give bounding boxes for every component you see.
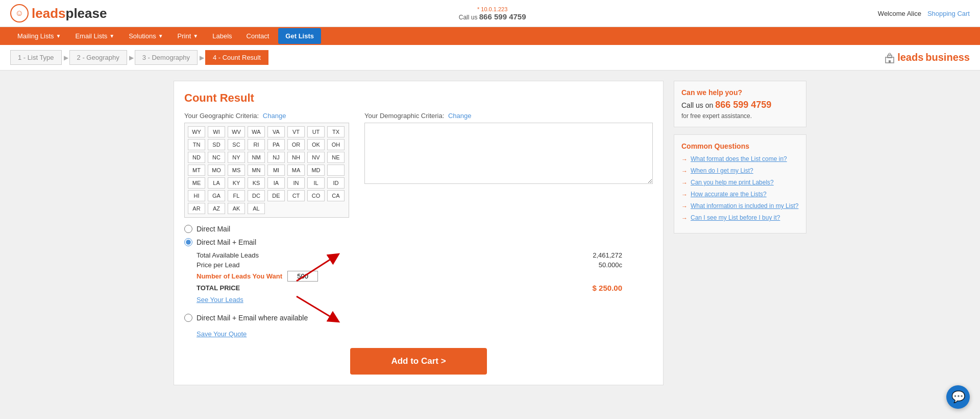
total-price-value: $ 250.00 [593, 284, 622, 292]
state-cell-KY[interactable]: KY [228, 177, 245, 189]
demographic-textarea[interactable] [364, 123, 653, 184]
nav-email-lists[interactable]: Email Lists ▼ [68, 27, 121, 45]
state-cell-AL[interactable]: AL [248, 203, 265, 214]
state-cell-NH[interactable]: NH [287, 152, 305, 163]
faq-item-0[interactable]: →What format does the List come in? [681, 155, 799, 163]
label-direct-mail-email[interactable]: Direct Mail + Email [197, 238, 256, 246]
state-cell-KS[interactable]: KS [248, 177, 265, 189]
state-cell-CT[interactable]: CT [287, 190, 305, 201]
state-cell-MO[interactable]: MO [208, 165, 225, 176]
state-cell-OH[interactable]: OH [327, 139, 345, 150]
state-cell-FL[interactable]: FL [228, 190, 245, 201]
nav-get-lists[interactable]: Get Lists [278, 28, 321, 44]
state-cell-ME[interactable]: ME [188, 177, 205, 189]
nav-contact[interactable]: Contact [239, 27, 277, 45]
faq-link-4[interactable]: What information is included in my List? [691, 202, 798, 210]
state-cell-AZ[interactable]: AZ [208, 203, 225, 214]
nav-labels[interactable]: Labels [205, 27, 239, 45]
breadcrumb-step-2[interactable]: 2 - Geography [69, 50, 127, 65]
faq-link-1[interactable]: When do I get my List? [691, 167, 753, 174]
breadcrumb-step-1[interactable]: 1 - List Type [10, 50, 62, 65]
state-cell-empty [327, 165, 345, 176]
nav-print[interactable]: Print ▼ [170, 27, 206, 45]
faq-item-4[interactable]: →What information is included in my List… [681, 202, 799, 210]
state-cell-TX[interactable]: TX [327, 126, 345, 137]
state-cell-SD[interactable]: SD [208, 139, 225, 150]
state-cell-DE[interactable]: DE [267, 190, 285, 201]
faq-item-1[interactable]: →When do I get my List? [681, 167, 799, 175]
state-cell-WA[interactable]: WA [248, 126, 265, 137]
state-cell-MS[interactable]: MS [228, 165, 245, 176]
state-cell-UT[interactable]: UT [307, 126, 325, 137]
breadcrumb-step-3[interactable]: 3 - Demography [135, 50, 198, 65]
state-cell-IN[interactable]: IN [287, 177, 305, 189]
demo-change-link[interactable]: Change [448, 112, 472, 120]
state-cell-TN[interactable]: TN [188, 139, 205, 150]
leads-business-logo: leadsbusiness [884, 52, 970, 63]
faq-arrow-4: → [681, 203, 688, 210]
state-cell-NC[interactable]: NC [208, 152, 225, 163]
state-cell-MI[interactable]: MI [267, 165, 285, 176]
shopping-cart-link[interactable]: Shopping Cart [927, 10, 970, 17]
state-cell-WV[interactable]: WV [228, 126, 245, 137]
state-cell-WY[interactable]: WY [188, 126, 205, 137]
call-info: Call us 866 599 4759 [459, 12, 526, 21]
num-leads-input[interactable] [287, 271, 318, 282]
state-cell-NV[interactable]: NV [307, 152, 325, 163]
state-cell-NM[interactable]: NM [248, 152, 265, 163]
chat-bubble[interactable]: 💬 [946, 385, 970, 395]
nav-bar: Mailing Lists ▼ Email Lists ▼ Solutions … [0, 27, 980, 45]
state-cell-CO[interactable]: CO [307, 190, 325, 201]
state-cell-VA[interactable]: VA [267, 126, 285, 137]
save-quote-link[interactable]: Save Your Quote [197, 330, 247, 338]
label-direct-mail[interactable]: Direct Mail [197, 225, 230, 233]
state-cell-HI[interactable]: HI [188, 190, 205, 201]
state-cell-MA[interactable]: MA [287, 165, 305, 176]
state-cell-NY[interactable]: NY [228, 152, 245, 163]
state-cell-LA[interactable]: LA [208, 177, 225, 189]
faq-arrow-0: → [681, 156, 688, 163]
faq-item-5[interactable]: →Can I see my List before I buy it? [681, 214, 799, 222]
state-cell-CA[interactable]: CA [327, 190, 345, 201]
state-cell-VT[interactable]: VT [287, 126, 305, 137]
faq-link-5[interactable]: Can I see my List before I buy it? [691, 214, 780, 221]
state-cell-GA[interactable]: GA [208, 190, 225, 201]
breadcrumb-step-4[interactable]: 4 - Count Result [205, 50, 268, 65]
state-cell-MD[interactable]: MD [307, 165, 325, 176]
state-cell-AK[interactable]: AK [228, 203, 245, 214]
state-cell-ID[interactable]: ID [327, 177, 345, 189]
faq-box: Common Questions →What format does the L… [674, 134, 806, 234]
state-cell-IA[interactable]: IA [267, 177, 285, 189]
geo-change-link[interactable]: Change [263, 112, 286, 120]
state-cell-RI[interactable]: RI [248, 139, 265, 150]
label-direct-mail-email-avail[interactable]: Direct Mail + Email where available [197, 314, 308, 322]
state-cell-MT[interactable]: MT [188, 165, 205, 176]
faq-item-2[interactable]: →Can you help me print Labels? [681, 179, 799, 187]
radio-direct-mail-email-avail[interactable] [184, 314, 192, 322]
state-cell-SC[interactable]: SC [228, 139, 245, 150]
state-cell-NJ[interactable]: NJ [267, 152, 285, 163]
faq-link-3[interactable]: How accurate are the Lists? [691, 191, 767, 198]
state-cell-OR[interactable]: OR [287, 139, 305, 150]
breadcrumb-arrow-3: ▶ [200, 54, 204, 61]
state-cell-AR[interactable]: AR [188, 203, 205, 214]
radio-direct-mail-email[interactable] [184, 238, 192, 246]
nav-mailing-lists[interactable]: Mailing Lists ▼ [10, 27, 68, 45]
state-cell-MN[interactable]: MN [248, 165, 265, 176]
see-leads-link[interactable]: See Your Leads [197, 296, 243, 304]
faq-item-3[interactable]: →How accurate are the Lists? [681, 191, 799, 198]
state-cell-DC[interactable]: DC [248, 190, 265, 201]
state-cell-OK[interactable]: OK [307, 139, 325, 150]
faq-link-2[interactable]: Can you help me print Labels? [691, 179, 774, 186]
radio-direct-mail[interactable] [184, 225, 192, 233]
nav-solutions[interactable]: Solutions ▼ [121, 27, 170, 45]
state-cell-WI[interactable]: WI [208, 126, 225, 137]
add-to-cart-button[interactable]: Add to Cart > [350, 348, 486, 375]
state-cell-IL[interactable]: IL [307, 177, 325, 189]
price-per-lead-value: 50.000c [599, 261, 622, 269]
state-cell-PA[interactable]: PA [267, 139, 285, 150]
state-cell-ND[interactable]: ND [188, 152, 205, 163]
right-panel: Can we help you? Call us on 866 599 4759… [674, 81, 806, 385]
faq-link-0[interactable]: What format does the List come in? [691, 155, 787, 162]
state-cell-NE[interactable]: NE [327, 152, 345, 163]
